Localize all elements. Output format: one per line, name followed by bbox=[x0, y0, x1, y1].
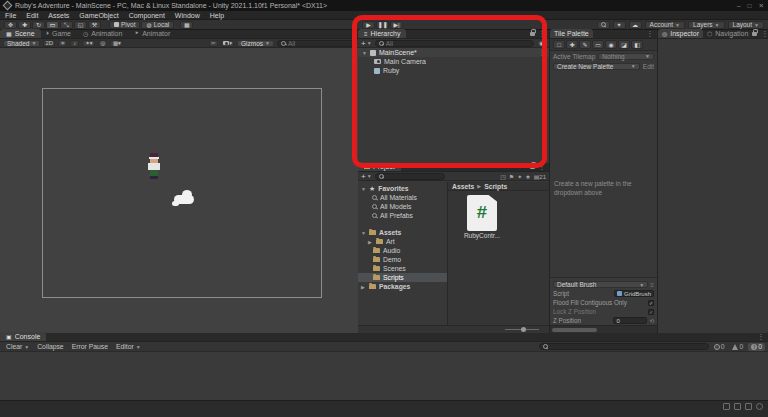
folder-scripts-selected[interactable]: Scripts bbox=[358, 273, 447, 282]
project-search-input[interactable] bbox=[386, 173, 441, 180]
brush-tool-icon[interactable]: ✎ bbox=[579, 40, 591, 49]
menu-help[interactable]: Help bbox=[210, 12, 224, 19]
favorite-all-materials[interactable]: All Materials bbox=[358, 193, 447, 202]
kebab-menu-icon[interactable]: ⋮ bbox=[539, 30, 546, 38]
move-tool-button[interactable]: ✚ bbox=[18, 21, 31, 29]
tab-navigation[interactable]: ⬡Navigation bbox=[703, 29, 752, 38]
packages-root[interactable]: ▶Packages bbox=[358, 282, 447, 291]
cloud-sprite[interactable] bbox=[172, 189, 198, 207]
status-progress-icon[interactable] bbox=[756, 403, 763, 410]
pivot-toggle[interactable]: Pivot bbox=[109, 21, 140, 29]
lock-icon[interactable] bbox=[752, 32, 757, 36]
step-button[interactable]: ▶| bbox=[390, 21, 403, 29]
breadcrumb-assets[interactable]: Assets bbox=[452, 183, 474, 190]
favorite-all-prefabs[interactable]: All Prefabs bbox=[358, 211, 447, 220]
box-fill-tool-icon[interactable]: ▭ bbox=[592, 40, 604, 49]
cloud-button[interactable]: ☁ bbox=[629, 21, 642, 29]
tab-hierarchy[interactable]: ≡Hierarchy bbox=[358, 29, 406, 38]
shading-mode-dropdown[interactable]: Shaded▼ bbox=[3, 40, 40, 47]
scene-kebab-icon[interactable]: ⋮ bbox=[539, 49, 550, 57]
menu-edit[interactable]: Edit bbox=[26, 12, 38, 19]
active-tilemap-dropdown[interactable]: Nothing▼ bbox=[598, 53, 654, 60]
favorite-all-models[interactable]: All Models bbox=[358, 202, 447, 211]
flood-fill-checkbox[interactable]: ✓ bbox=[648, 300, 654, 306]
rect-tool-button[interactable]: ▭ bbox=[46, 21, 59, 29]
search-button[interactable] bbox=[597, 21, 610, 29]
scale-tool-button[interactable]: ⤡ bbox=[60, 21, 73, 29]
tab-scene[interactable]: ▦Scene bbox=[0, 29, 41, 38]
lock-z-checkbox[interactable]: ✓ bbox=[648, 309, 654, 315]
console-log-area[interactable] bbox=[0, 352, 768, 400]
transform-tool-button[interactable]: ◱ bbox=[74, 21, 87, 29]
z-reset-button[interactable]: ⟲ bbox=[649, 318, 654, 324]
kebab-menu-icon[interactable]: ⋮ bbox=[539, 163, 546, 171]
lock-icon[interactable] bbox=[530, 165, 535, 169]
scene-search[interactable] bbox=[277, 40, 355, 47]
grid-visibility-dropdown[interactable]: ▦▾ bbox=[110, 40, 123, 47]
asset-rubycontroller[interactable]: # RubyContr... bbox=[462, 195, 502, 239]
menu-component[interactable]: Component bbox=[129, 12, 165, 19]
camera-settings-dropdown[interactable]: ▾ bbox=[221, 40, 234, 47]
local-toggle[interactable]: ◍Local bbox=[141, 21, 174, 29]
kebab-menu-icon[interactable]: ⋮ bbox=[758, 333, 765, 341]
scene-search-input[interactable] bbox=[288, 40, 351, 47]
hierarchy-search[interactable] bbox=[375, 40, 534, 47]
hierarchy-search-input[interactable] bbox=[386, 40, 530, 47]
eraser-tool-icon[interactable]: ◪ bbox=[618, 40, 630, 49]
editor-dropdown[interactable]: Editor▼ bbox=[113, 343, 144, 351]
warning-count-toggle[interactable]: 0 bbox=[729, 343, 746, 351]
lighting-toggle[interactable]: ☀ bbox=[58, 40, 67, 47]
pause-button[interactable]: ❚❚ bbox=[376, 21, 389, 29]
drag-handle-icon[interactable]: ≡ bbox=[650, 281, 654, 288]
move-tool-icon[interactable]: ✚ bbox=[566, 40, 578, 49]
foldout-triangle-icon[interactable]: ▶ bbox=[368, 239, 373, 245]
picker-tool-icon[interactable]: ◉ bbox=[605, 40, 617, 49]
effects-toggle[interactable]: ✦▾ bbox=[82, 40, 95, 47]
menu-window[interactable]: Window bbox=[175, 12, 200, 19]
menu-file[interactable]: File bbox=[5, 12, 16, 19]
audio-toggle[interactable]: ♪ bbox=[70, 40, 79, 47]
console-search-input[interactable] bbox=[550, 343, 705, 350]
grid-snap-button[interactable]: ▦ bbox=[180, 21, 193, 29]
thumbnail-zoom-slider[interactable] bbox=[505, 329, 539, 330]
create-asset-button[interactable]: +▼ bbox=[361, 172, 372, 181]
assets-root[interactable]: ▼Assets bbox=[358, 228, 447, 237]
status-refresh-icon[interactable] bbox=[745, 403, 752, 410]
tab-animation[interactable]: ◷Animation bbox=[77, 29, 128, 38]
brush-dropdown[interactable]: Default Brush▼ bbox=[553, 281, 648, 288]
hidden-objects-toggle[interactable]: ◎ bbox=[98, 40, 107, 47]
tab-inspector[interactable]: ◎Inspector bbox=[658, 29, 703, 38]
kebab-menu-icon[interactable]: ⋮ bbox=[647, 30, 654, 38]
select-tool-icon[interactable]: □ bbox=[553, 40, 565, 49]
layers-dropdown[interactable]: Layers▼ bbox=[688, 21, 724, 29]
error-pause-button[interactable]: Error Pause bbox=[69, 343, 111, 351]
hierarchy-scene-row[interactable]: ▼ MainScene* ⋮ bbox=[358, 48, 549, 57]
save-search-icon[interactable]: ✦ bbox=[517, 173, 522, 180]
project-search[interactable] bbox=[375, 173, 445, 180]
tab-project[interactable]: Project bbox=[358, 162, 401, 171]
script-object-field[interactable]: GridBrush bbox=[614, 290, 654, 297]
scene-visibility-icon[interactable]: ◉ bbox=[537, 40, 546, 47]
collapse-button[interactable]: Collapse bbox=[34, 343, 66, 351]
custom-tool-button[interactable]: ⚒ bbox=[88, 21, 101, 29]
tab-console[interactable]: ▣Console bbox=[0, 332, 46, 341]
status-activity-icon[interactable] bbox=[734, 403, 741, 410]
fill-tool-icon[interactable]: ◧ bbox=[631, 40, 643, 49]
foldout-triangle-icon[interactable]: ▼ bbox=[361, 230, 366, 236]
services-button[interactable]: ✦ bbox=[613, 21, 626, 29]
lock-icon[interactable] bbox=[530, 32, 535, 36]
play-button[interactable]: ▶ bbox=[362, 21, 375, 29]
foldout-triangle-icon[interactable]: ▶ bbox=[361, 284, 366, 290]
tab-tile-palette[interactable]: Tile Palette bbox=[550, 29, 593, 38]
breadcrumb-scripts[interactable]: Scripts bbox=[484, 183, 507, 190]
account-dropdown[interactable]: Account▼ bbox=[645, 21, 685, 29]
layout-dropdown[interactable]: Layout▼ bbox=[728, 21, 764, 29]
favorites-root[interactable]: ▼★Favorites bbox=[358, 184, 447, 193]
search-by-type-icon[interactable]: ◳ bbox=[500, 173, 506, 180]
console-search[interactable] bbox=[539, 343, 709, 350]
foldout-triangle-icon[interactable]: ▼ bbox=[362, 50, 367, 56]
gizmos-dropdown[interactable]: Gizmos▼ bbox=[237, 40, 274, 47]
hidden-packages-icon[interactable]: ▤21 bbox=[534, 173, 546, 180]
scene-viewport[interactable] bbox=[0, 48, 358, 333]
hierarchy-item-ruby[interactable]: Ruby bbox=[358, 66, 549, 75]
